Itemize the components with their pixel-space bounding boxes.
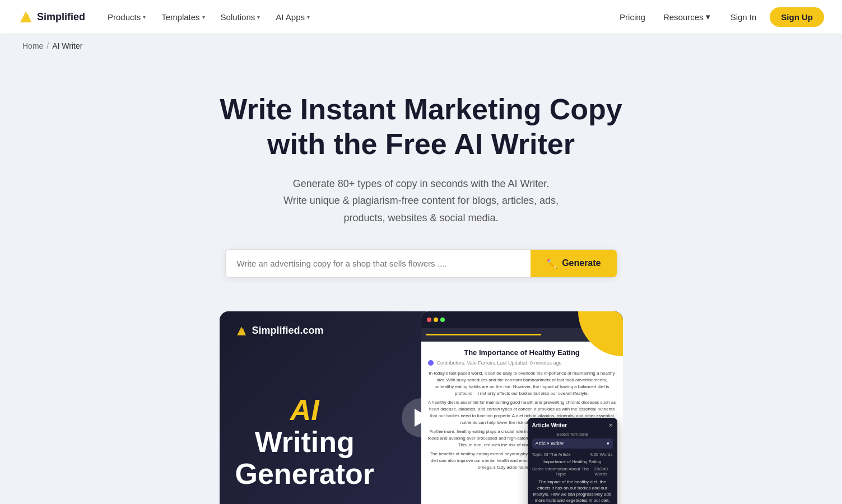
hero-section: Write Instant Marketing Copy with the Fr… <box>0 58 842 504</box>
generate-icon: ✏️ <box>546 258 557 269</box>
ai-writer-search-bar: ✏️ Generate <box>225 249 617 278</box>
video-inner: Simplified.com AI Writing Generator <box>220 311 623 504</box>
play-triangle-icon <box>415 409 430 427</box>
nav-pricing[interactable]: Pricing <box>613 8 652 26</box>
breadcrumb-separator: / <box>46 41 49 50</box>
aw-info-value: The impact of the healthy diet, the effe… <box>532 479 613 504</box>
play-button[interactable] <box>402 398 441 437</box>
aw-select-template-label: Select Template <box>532 432 613 437</box>
logo-icon <box>18 9 34 25</box>
article-writer-overlay: Article Writer ✕ Select Template Article… <box>528 418 617 504</box>
aw-chevron-icon: ▾ <box>607 441 610 446</box>
hero-title: Write Instant Marketing Copy with the Fr… <box>203 92 640 162</box>
breadcrumb: Home / AI Writer <box>0 34 842 58</box>
video-logo-icon <box>235 325 248 337</box>
video-logo-text: Simplified.com <box>252 325 324 337</box>
video-ai-label: AI <box>235 394 375 426</box>
panel-body-text-1: In today's fast-paced world, it can be e… <box>428 370 616 397</box>
nav-templates[interactable]: Templates ▾ <box>155 8 211 26</box>
nav-signup-button[interactable]: Sign Up <box>770 7 824 27</box>
aw-title: Article Writer <box>532 422 567 428</box>
products-chevron-icon: ▾ <box>143 14 146 20</box>
panel-author-row: Contributors: Vale Ferreira Last Updated… <box>428 360 616 366</box>
panel-dot-green <box>440 318 445 322</box>
logo-text: Simplified <box>37 11 85 23</box>
nav-links: Products ▾ Templates ▾ Solutions ▾ AI Ap… <box>101 8 613 26</box>
templates-chevron-icon: ▾ <box>202 14 205 20</box>
aw-topic-label: Topic Of The Article <box>532 452 571 457</box>
logo-link[interactable]: Simplified <box>18 9 85 25</box>
nav-products[interactable]: Products ▾ <box>101 8 152 26</box>
video-generator-label: Generator <box>235 458 375 490</box>
aw-topic-count: 4/20 Words <box>590 452 613 457</box>
aw-info-count: 29/240 Words <box>589 466 613 477</box>
nav-ai-apps[interactable]: AI Apps ▾ <box>269 8 317 26</box>
aw-info-label: Some Information About The Topic <box>532 466 589 477</box>
panel-author-text: Contributors: Vale Ferreira Last Updated… <box>437 360 562 366</box>
author-avatar-dot <box>428 360 434 366</box>
ai-writer-input[interactable] <box>226 250 531 277</box>
video-text-area: AI Writing Generator <box>235 394 375 491</box>
aw-close-icon[interactable]: ✕ <box>608 422 613 428</box>
aw-header: Article Writer ✕ <box>532 422 613 428</box>
panel-article-title: The Importance of Healthy Eating <box>428 348 616 357</box>
navbar: Simplified Products ▾ Templates ▾ Soluti… <box>0 0 842 34</box>
video-writing-label: Writing <box>235 426 375 458</box>
panel-dot-red <box>427 318 431 322</box>
video-logo-area: Simplified.com <box>235 325 324 337</box>
ai-apps-chevron-icon: ▾ <box>307 14 310 20</box>
nav-solutions[interactable]: Solutions ▾ <box>214 8 267 26</box>
solutions-chevron-icon: ▾ <box>257 14 260 20</box>
nav-right: Pricing Resources ▾ Sign In Sign Up <box>613 7 824 27</box>
aw-template-select[interactable]: Article Writer ▾ <box>532 438 613 449</box>
panel-dot-yellow <box>434 318 438 322</box>
toolbar-progress-bar <box>426 334 541 335</box>
aw-topic-value: Importance of Healthy Eating <box>532 459 613 464</box>
breadcrumb-home[interactable]: Home <box>22 41 43 50</box>
resources-chevron-icon: ▾ <box>706 12 710 22</box>
video-section: Simplified.com AI Writing Generator <box>220 311 623 504</box>
generate-button[interactable]: ✏️ Generate <box>531 250 616 277</box>
nav-resources[interactable]: Resources ▾ <box>657 7 717 26</box>
hero-subtitle: Generate 80+ types of copy in seconds wi… <box>248 175 595 227</box>
nav-signin[interactable]: Sign In <box>722 8 766 26</box>
breadcrumb-current: AI Writer <box>52 41 82 50</box>
